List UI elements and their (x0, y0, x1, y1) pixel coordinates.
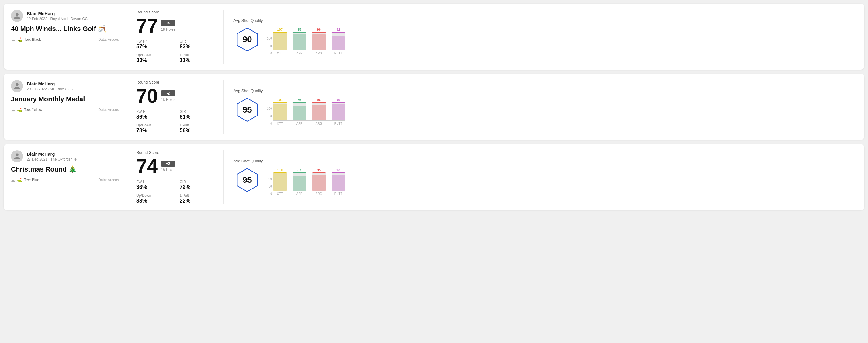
chart-x-label-ott: OTT (273, 192, 287, 195)
round-card-round2: Blair McHarg 29 Jan 2022 · Mill Ride GCC… (4, 74, 864, 140)
bar-value-arg: 96 (317, 98, 321, 101)
bar-top-line-app (293, 173, 306, 173)
bar-fill-ott (273, 104, 287, 120)
holes-label-round2: 18 Holes (161, 98, 175, 102)
one-putt-value-round1: 11% (180, 57, 214, 64)
bar-value-putt: 82 (337, 28, 340, 31)
avatar-round3 (11, 150, 23, 162)
bar-column-arg: 98 (312, 28, 326, 50)
bar-outer-putt (332, 32, 345, 50)
bar-column-arg: 95 (312, 168, 326, 191)
tee-info-round2: ☁ ⛳ Tee: Yellow (11, 107, 42, 112)
user-info-round2: Blair McHarg 29 Jan 2022 · Mill Ride GCC (27, 81, 73, 91)
data-source-round1: Data: Arccos (98, 37, 119, 42)
tee-label: Tee: Blue (24, 178, 39, 182)
fw-hit-label: FW Hit (136, 180, 170, 184)
score-number-round2: 70 (136, 86, 158, 106)
bar-value-ott: 101 (277, 98, 283, 101)
score-badge-col-round3: +2 18 Holes (161, 161, 175, 172)
user-icon (13, 12, 21, 20)
bar-column-putt: 82 (332, 28, 345, 50)
bar-top-line-putt (332, 102, 345, 103)
bar-fill-putt (332, 104, 345, 120)
tee-label: Tee: Yellow (24, 107, 42, 112)
hexagon-score-round3: 95 (242, 175, 252, 185)
chart-x-labels: OTTAPPARGPUTT (273, 192, 345, 195)
bar-column-app: 87 (293, 168, 306, 191)
bar-top-line-arg (312, 173, 326, 173)
hexagon-score-round2: 95 (242, 105, 252, 115)
stat-gir-round3: GIR 72% (180, 180, 214, 190)
bars-row: 101 86 96 99 (273, 96, 345, 120)
bar-outer-ott (273, 32, 287, 50)
stat-fw-hit-round2: FW Hit 86% (136, 110, 170, 120)
chart-x-labels: OTTAPPARGPUTT (273, 122, 345, 125)
bar-outer-app (293, 32, 306, 50)
bar-value-arg: 95 (317, 168, 321, 172)
stat-fw-hit-round1: FW Hit 57% (136, 39, 170, 50)
chart-y-axis: 100 50 0 (267, 107, 272, 125)
round-score-label-round2: Round Score (136, 80, 214, 85)
chart-x-label-app: APP (293, 122, 306, 125)
chart-x-label-putt: PUTT (332, 192, 345, 195)
bar-outer-ott (273, 102, 287, 120)
bar-column-putt: 93 (332, 168, 345, 191)
gir-label: GIR (180, 180, 214, 184)
user-header-round1: Blair McHarg 12 Feb 2022 · Royal North D… (11, 10, 119, 22)
chart-x-label-app: APP (293, 52, 306, 55)
bar-value-app: 86 (298, 98, 301, 101)
chart-x-label-arg: ARG (312, 192, 326, 195)
chart-x-label-arg: ARG (312, 52, 326, 55)
bar-fill-app (293, 34, 306, 50)
fw-hit-value-round2: 86% (136, 114, 170, 120)
stat-up-down-round3: Up/Down 33% (136, 193, 170, 204)
stat-gir-round1: GIR 83% (180, 39, 214, 50)
user-icon (13, 153, 21, 160)
bar-value-putt: 99 (337, 98, 340, 101)
card-left-round3: Blair McHarg 27 Dec 2021 · The Oxfordshi… (11, 150, 126, 204)
bar-outer-arg (312, 32, 326, 50)
bar-top-line-app (293, 102, 306, 103)
score-row-round1: 77 +5 18 Holes (136, 16, 214, 36)
card-right-round3: Avg Shot Quality 95 100 50 0 (224, 150, 857, 204)
up-down-value-round1: 33% (136, 57, 170, 64)
stat-gir-round2: GIR 61% (180, 110, 214, 120)
user-name-round1: Blair McHarg (27, 11, 88, 16)
score-diff-badge-round1: +5 (161, 20, 175, 26)
bar-chart: 100 50 0 107 95 98 (267, 26, 345, 55)
user-info-round3: Blair McHarg 27 Dec 2021 · The Oxfordshi… (27, 151, 76, 161)
right-section-inner-round1: Avg Shot Quality 90 100 50 0 (234, 18, 857, 55)
card-footer-round1: ☁ ⛳ Tee: Black Data: Arccos (11, 37, 119, 42)
stat-fw-hit-round3: FW Hit 36% (136, 180, 170, 190)
data-source-round3: Data: Arccos (98, 178, 119, 182)
chart-x-label-app: APP (293, 192, 306, 195)
bar-fill-arg (312, 104, 326, 120)
hexagon-wrap-round1: 90 (234, 26, 261, 53)
stats-grid-round2: FW Hit 86% GIR 61% Up/Down 78% 1 Putt 56… (136, 110, 214, 134)
gir-value-round3: 72% (180, 184, 214, 190)
user-header-round2: Blair McHarg 29 Jan 2022 · Mill Ride GCC (11, 80, 119, 92)
stat-one-putt-round1: 1 Putt 11% (180, 53, 214, 64)
cloud-icon: ☁ (11, 107, 15, 112)
bar-column-app: 86 (293, 98, 306, 120)
avatar-round2 (11, 80, 23, 92)
bar-outer-putt (332, 173, 345, 191)
card-right-round2: Avg Shot Quality 95 100 50 0 (224, 80, 857, 134)
bag-icon: ⛳ (17, 107, 22, 112)
bag-icon: ⛳ (17, 178, 22, 182)
card-left-round2: Blair McHarg 29 Jan 2022 · Mill Ride GCC… (11, 80, 126, 134)
fw-hit-label: FW Hit (136, 110, 170, 114)
cloud-icon: ☁ (11, 37, 15, 42)
card-middle-round2: Round Score 70 -2 18 Holes FW Hit 86% GI… (126, 80, 224, 134)
round-score-label-round3: Round Score (136, 150, 214, 155)
round-card-round3: Blair McHarg 27 Dec 2021 · The Oxfordshi… (4, 144, 864, 210)
bar-outer-putt (332, 102, 345, 120)
up-down-label: Up/Down (136, 193, 170, 198)
bar-top-line-ott (273, 102, 287, 103)
holes-label-round3: 18 Holes (161, 168, 175, 172)
stat-up-down-round1: Up/Down 33% (136, 53, 170, 64)
up-down-label: Up/Down (136, 123, 170, 127)
user-icon (13, 83, 21, 90)
bar-column-app: 95 (293, 28, 306, 50)
avatar-round1 (11, 10, 23, 22)
